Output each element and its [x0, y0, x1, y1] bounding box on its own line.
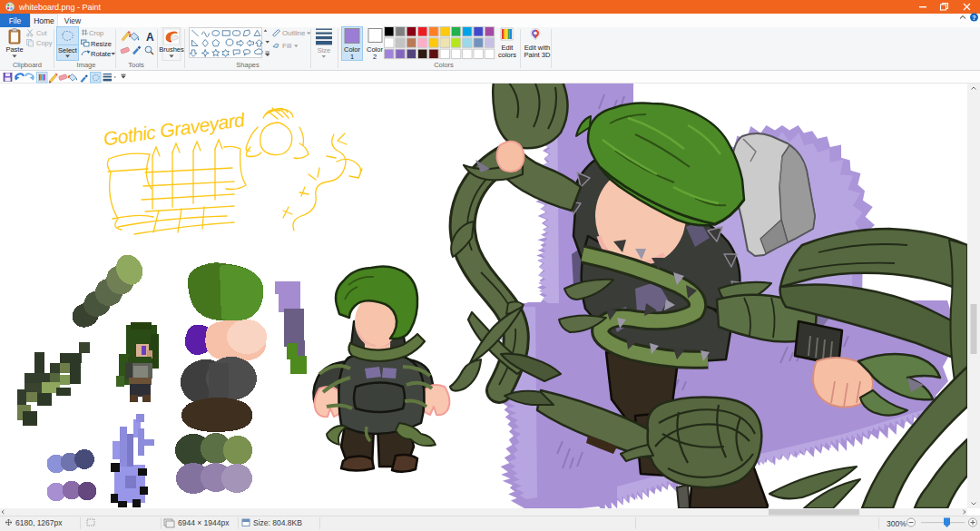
svg-text:Cut: Cut — [36, 29, 48, 37]
svg-text:Gothic Graveyard: Gothic Graveyard — [102, 109, 247, 150]
svg-text:Rotate: Rotate — [91, 50, 111, 58]
svg-text:2: 2 — [373, 53, 377, 61]
svg-text:Colors: Colors — [434, 61, 454, 69]
svg-text:6944 × 1944px: 6944 × 1944px — [178, 518, 230, 527]
svg-text:Crop: Crop — [89, 29, 103, 37]
svg-text:300%: 300% — [887, 519, 906, 528]
svg-text:Select: Select — [58, 46, 78, 54]
svg-text:1: 1 — [350, 53, 354, 61]
svg-text:Clipboard: Clipboard — [13, 61, 42, 69]
svg-text:Shapes: Shapes — [236, 61, 260, 69]
svg-text:View: View — [64, 16, 82, 25]
svg-text:Paint 3D: Paint 3D — [524, 51, 551, 59]
svg-text:Copy: Copy — [36, 39, 53, 47]
svg-text:File: File — [9, 16, 22, 25]
svg-text:Tools: Tools — [128, 61, 144, 69]
svg-text:?: ? — [972, 15, 975, 21]
svg-text:whiteboard.png - Paint: whiteboard.png - Paint — [18, 3, 102, 12]
svg-text:Fill: Fill — [282, 42, 291, 50]
svg-text:Home: Home — [34, 16, 54, 25]
svg-text:Brushes: Brushes — [159, 45, 184, 54]
svg-text:A: A — [146, 31, 154, 44]
svg-text:Image: Image — [77, 61, 96, 69]
svg-text:Size: Size — [318, 46, 331, 54]
svg-text:Paste: Paste — [5, 45, 23, 54]
svg-text:Outline: Outline — [282, 29, 306, 37]
svg-text:colors: colors — [498, 51, 516, 59]
svg-text:Size: 804.8KB: Size: 804.8KB — [253, 518, 302, 527]
svg-text:Resize: Resize — [91, 40, 112, 48]
svg-text:6180, 1267px: 6180, 1267px — [15, 518, 63, 527]
